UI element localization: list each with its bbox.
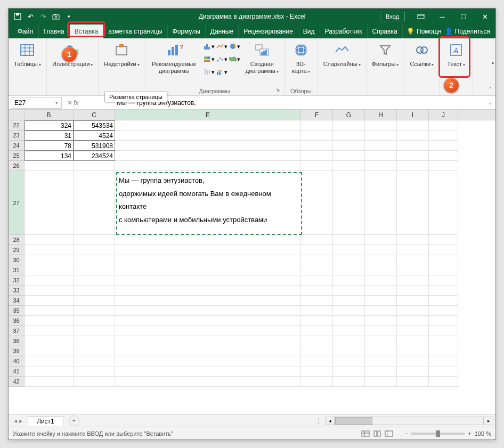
row-header-39[interactable]: 39 bbox=[9, 346, 25, 356]
cell-B23[interactable]: 31 bbox=[25, 131, 74, 141]
ribbon-collapse-icon[interactable]: ˄ bbox=[489, 86, 492, 93]
cell-J31[interactable] bbox=[429, 265, 458, 275]
row-header-29[interactable]: 29 bbox=[9, 245, 25, 255]
cell-I38[interactable] bbox=[397, 336, 429, 346]
zoom-level[interactable]: 100 % bbox=[475, 430, 491, 437]
cell-I29[interactable] bbox=[397, 245, 429, 255]
cell-E22[interactable] bbox=[115, 120, 301, 131]
cell-C30[interactable] bbox=[74, 255, 115, 265]
cell-J35[interactable] bbox=[429, 306, 458, 316]
col-header-F[interactable]: F bbox=[301, 110, 333, 120]
cell-J34[interactable] bbox=[429, 296, 458, 306]
col-header-I[interactable]: I bbox=[397, 110, 429, 120]
cell-C37[interactable] bbox=[74, 326, 115, 336]
cell-H26[interactable] bbox=[365, 161, 397, 171]
cell-I40[interactable] bbox=[397, 356, 429, 366]
cell-J23[interactable] bbox=[429, 131, 458, 141]
row-header-27[interactable]: 27 bbox=[9, 171, 25, 235]
cell-I32[interactable] bbox=[397, 275, 429, 286]
cell-E32[interactable] bbox=[115, 275, 301, 286]
share-button[interactable]: 👤Поделиться bbox=[445, 28, 490, 35]
pagelayout-view-icon[interactable] bbox=[373, 430, 381, 437]
cell-C32[interactable] bbox=[74, 275, 115, 286]
cell-G37[interactable] bbox=[333, 326, 365, 336]
cell-E38[interactable] bbox=[115, 336, 301, 346]
stock-chart-icon[interactable]: ▾ bbox=[203, 66, 215, 78]
undo-icon[interactable]: ↶ bbox=[26, 12, 35, 21]
charts-dialog-launcher[interactable]: ⬊ bbox=[276, 87, 282, 94]
row-header-23[interactable]: 23 bbox=[9, 131, 25, 141]
cell-G35[interactable] bbox=[333, 306, 365, 316]
sheet-nav-prev-icon[interactable]: ◂ bbox=[14, 417, 17, 425]
cell-E34[interactable] bbox=[115, 296, 301, 306]
cell-F32[interactable] bbox=[301, 275, 333, 286]
cell-H33[interactable] bbox=[365, 286, 397, 296]
cell-F38[interactable] bbox=[301, 336, 333, 346]
cell-G32[interactable] bbox=[333, 275, 365, 286]
cell-J24[interactable] bbox=[429, 141, 458, 151]
cell-J27[interactable] bbox=[429, 171, 458, 235]
cell-I22[interactable] bbox=[397, 120, 429, 131]
cell-B31[interactable] bbox=[25, 265, 74, 275]
cell-H23[interactable] bbox=[365, 131, 397, 141]
scatter-chart-icon[interactable]: ▾ bbox=[216, 53, 227, 65]
cell-F27[interactable] bbox=[301, 171, 333, 235]
cell-F35[interactable] bbox=[301, 306, 333, 316]
row-header-37[interactable]: 37 bbox=[9, 326, 25, 336]
row-header-40[interactable]: 40 bbox=[9, 356, 25, 366]
cell-G38[interactable] bbox=[333, 336, 365, 346]
cell-E24[interactable] bbox=[115, 141, 301, 151]
cell-H30[interactable] bbox=[365, 255, 397, 265]
cell-H24[interactable] bbox=[365, 141, 397, 151]
cell-I37[interactable] bbox=[397, 326, 429, 336]
col-header-B[interactable]: B bbox=[25, 110, 74, 120]
sparklines-button[interactable]: Спарклайны bbox=[321, 40, 363, 69]
cell-G22[interactable] bbox=[333, 120, 365, 131]
cell-G36[interactable] bbox=[333, 316, 365, 326]
cell-H41[interactable] bbox=[365, 366, 397, 377]
cell-B38[interactable] bbox=[25, 336, 74, 346]
cell-J39[interactable] bbox=[429, 346, 458, 356]
cell-E33[interactable] bbox=[115, 286, 301, 296]
save-icon[interactable] bbox=[13, 12, 22, 21]
cell-C39[interactable] bbox=[74, 346, 115, 356]
sheet-nav-next-icon[interactable]: ▸ bbox=[19, 417, 22, 425]
ribbon-scroll-right-icon[interactable]: ▸ bbox=[492, 60, 494, 66]
cell-G42[interactable] bbox=[333, 377, 365, 387]
cell-E29[interactable] bbox=[115, 245, 301, 255]
row-header-33[interactable]: 33 bbox=[9, 286, 25, 296]
zoom-thumb[interactable] bbox=[436, 430, 440, 437]
cell-H32[interactable] bbox=[365, 275, 397, 286]
cell-E25[interactable] bbox=[115, 151, 301, 161]
cell-H35[interactable] bbox=[365, 306, 397, 316]
cell-C25[interactable]: 234524 bbox=[74, 151, 115, 161]
cell-E26[interactable] bbox=[115, 161, 301, 171]
close-icon[interactable]: ✕ bbox=[474, 9, 495, 25]
cell-E39[interactable] bbox=[115, 346, 301, 356]
cell-G26[interactable] bbox=[333, 161, 365, 171]
cell-I31[interactable] bbox=[397, 265, 429, 275]
cell-I30[interactable] bbox=[397, 255, 429, 265]
name-box[interactable]: E27▾ bbox=[11, 97, 62, 109]
ribbon-display-icon[interactable] bbox=[410, 9, 432, 25]
add-sheet-button[interactable]: + bbox=[69, 416, 79, 426]
tab-formulas[interactable]: Формулы bbox=[168, 25, 206, 38]
cell-G31[interactable] bbox=[333, 265, 365, 275]
cell-J32[interactable] bbox=[429, 275, 458, 286]
cell-I28[interactable] bbox=[397, 235, 429, 245]
cell-G40[interactable] bbox=[333, 356, 365, 366]
row-header-22[interactable]: 22 bbox=[9, 120, 25, 131]
row-header-34[interactable]: 34 bbox=[9, 296, 25, 306]
cell-B39[interactable] bbox=[25, 346, 74, 356]
cell-F23[interactable] bbox=[301, 131, 333, 141]
cell-H25[interactable] bbox=[365, 151, 397, 161]
row-header-32[interactable]: 32 bbox=[9, 275, 25, 286]
cell-C40[interactable] bbox=[74, 356, 115, 366]
row-header-41[interactable]: 41 bbox=[9, 366, 25, 377]
hierarchy-chart-icon[interactable]: ▾ bbox=[203, 53, 215, 65]
cell-B24[interactable]: 78 bbox=[25, 141, 74, 151]
cell-J26[interactable] bbox=[429, 161, 458, 171]
row-header-35[interactable]: 35 bbox=[9, 306, 25, 316]
cell-B26[interactable] bbox=[25, 161, 74, 171]
cell-F31[interactable] bbox=[301, 265, 333, 275]
